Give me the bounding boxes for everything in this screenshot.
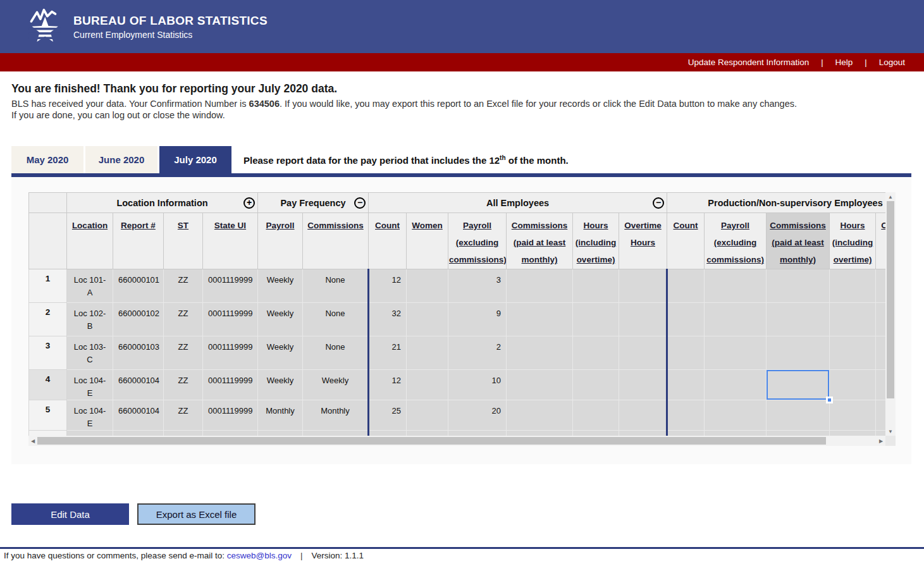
scroll-up-arrow-icon[interactable]: ▲ xyxy=(885,192,896,201)
row-number-3[interactable]: 3 xyxy=(29,336,67,370)
cell-r3-overtime[interactable] xyxy=(619,336,667,370)
col-header-commissions-5[interactable]: Commissions xyxy=(303,213,369,269)
vertical-scrollbar[interactable]: ▲ ▼ xyxy=(885,192,896,436)
col-header-overtime-hours-16[interactable]: OvertimeHours xyxy=(876,213,885,269)
cell-r1-overtime[interactable] xyxy=(876,269,885,303)
cell-r4-commissions[interactable]: Weekly xyxy=(303,370,369,400)
cell-r4-commissions[interactable] xyxy=(767,370,830,400)
cell-r5-payroll[interactable]: 20 xyxy=(448,400,507,431)
cell-r1-payroll[interactable] xyxy=(705,269,767,303)
cell-r4-overtime[interactable] xyxy=(619,370,667,400)
col-header-count-6[interactable]: Count xyxy=(369,213,407,269)
cell-r5-commissions[interactable]: Monthly xyxy=(303,400,369,431)
cell-r3-count[interactable] xyxy=(667,336,705,370)
cell-r1-payroll[interactable]: Weekly xyxy=(258,269,303,303)
cell-r3-payroll[interactable]: Weekly xyxy=(258,336,303,370)
cell-r6-report[interactable]: 660000105 xyxy=(113,431,164,436)
cell-r6-count[interactable]: 12 xyxy=(369,431,407,436)
col-header-count-12[interactable]: Count xyxy=(667,213,705,269)
cell-r2-count[interactable] xyxy=(667,303,705,336)
cell-r5-state-ui[interactable]: 0001119999 xyxy=(203,400,258,431)
cell-r3-hours[interactable] xyxy=(830,336,876,370)
cell-r2-count[interactable]: 32 xyxy=(369,303,407,336)
cell-r3-women[interactable] xyxy=(407,336,448,370)
cell-r2-state-ui[interactable]: 0001119999 xyxy=(203,303,258,336)
cell-r5-commissions[interactable] xyxy=(767,400,830,431)
nav-logout[interactable]: Logout xyxy=(879,58,905,67)
horizontal-scrollbar[interactable]: ◀ ▶ xyxy=(28,436,885,446)
col-header-location-0[interactable]: Location xyxy=(67,213,113,269)
col-header-payroll-excluding-commissions-8[interactable]: Payroll(excludingcommissions) xyxy=(448,213,507,269)
col-header-commissions-paid-at-least-monthly-14[interactable]: Commissions(paid at leastmonthly) xyxy=(767,213,830,269)
cell-r3-st[interactable]: ZZ xyxy=(164,336,203,370)
edit-data-button[interactable]: Edit Data xyxy=(11,503,129,525)
cell-r5-overtime[interactable] xyxy=(619,400,667,431)
cell-r3-state-ui[interactable]: 0001119999 xyxy=(203,336,258,370)
nav-update-respondent-information[interactable]: Update Respondent Information xyxy=(688,58,809,67)
col-header-payroll-excluding-commissions-13[interactable]: Payroll(excludingcommissions) xyxy=(705,213,767,269)
cell-r2-location[interactable]: Loc 102- B xyxy=(67,303,113,336)
cell-r1-count[interactable]: 12 xyxy=(369,269,407,303)
cell-r4-payroll[interactable]: 10 xyxy=(448,370,507,400)
cell-r1-overtime[interactable] xyxy=(619,269,667,303)
cell-r3-payroll[interactable]: 2 xyxy=(448,336,507,370)
cell-r5-overtime[interactable] xyxy=(876,400,885,431)
cell-r4-overtime[interactable] xyxy=(876,370,885,400)
cell-r1-hours[interactable] xyxy=(830,269,876,303)
cell-r1-location[interactable]: Loc 101- A xyxy=(67,269,113,303)
cell-r5-location[interactable]: Loc 104-E xyxy=(67,400,113,431)
cell-r6-overtime[interactable] xyxy=(619,431,667,436)
cell-r4-women[interactable] xyxy=(407,370,448,400)
cell-r1-women[interactable] xyxy=(407,269,448,303)
cell-r2-commissions[interactable]: None xyxy=(303,303,369,336)
col-header-commissions-paid-at-least-monthly-9[interactable]: Commissions(paid at leastmonthly) xyxy=(507,213,573,269)
cell-r4-hours[interactable] xyxy=(830,370,876,400)
cell-r2-overtime[interactable] xyxy=(876,303,885,336)
col-header-women-7[interactable]: Women xyxy=(407,213,448,269)
cell-r4-location[interactable]: Loc 104-E xyxy=(67,370,113,400)
cell-r2-commissions[interactable] xyxy=(507,303,573,336)
cell-r5-commissions[interactable] xyxy=(507,400,573,431)
cell-r5-count[interactable] xyxy=(667,400,705,431)
row-number-1[interactable]: 1 xyxy=(29,269,67,303)
cell-r3-commissions[interactable]: None xyxy=(303,336,369,370)
selection-fill-handle[interactable] xyxy=(826,397,833,403)
cell-r2-report[interactable]: 660000102 xyxy=(113,303,164,336)
cell-r4-st[interactable]: ZZ xyxy=(164,370,203,400)
cell-r5-payroll[interactable] xyxy=(705,400,767,431)
contact-email-link[interactable]: cesweb@bls.gov xyxy=(227,551,292,560)
cell-r2-payroll[interactable]: Weekly xyxy=(258,303,303,336)
nav-help[interactable]: Help xyxy=(835,58,853,67)
vertical-scrollbar-thumb[interactable] xyxy=(887,201,894,398)
cell-r5-hours[interactable] xyxy=(573,400,619,431)
cell-r4-hours[interactable] xyxy=(573,370,619,400)
cell-r6-st[interactable]: ZZ xyxy=(164,431,203,436)
cell-r4-state-ui[interactable]: 0001119999 xyxy=(203,370,258,400)
cell-r6-women[interactable]: 4 xyxy=(407,431,448,436)
col-header-payroll-4[interactable]: Payroll xyxy=(258,213,303,269)
cell-r6-payroll[interactable] xyxy=(705,431,767,436)
row-number-2[interactable]: 2 xyxy=(29,303,67,336)
scroll-right-arrow-icon[interactable]: ▶ xyxy=(877,438,885,444)
cell-r1-count[interactable] xyxy=(667,269,705,303)
cell-r1-report[interactable]: 660000101 xyxy=(113,269,164,303)
cell-r5-st[interactable]: ZZ xyxy=(164,400,203,431)
cell-r1-commissions[interactable] xyxy=(507,269,573,303)
cell-r1-payroll[interactable]: 3 xyxy=(448,269,507,303)
cell-r6-count[interactable] xyxy=(667,431,705,436)
row-number-6[interactable]: 6 xyxy=(29,431,67,436)
horizontal-scrollbar-thumb[interactable] xyxy=(37,437,826,445)
cell-r3-hours[interactable] xyxy=(573,336,619,370)
cell-r6-payroll[interactable]: Bi-weekly xyxy=(258,431,303,436)
cell-r6-payroll[interactable] xyxy=(448,431,507,436)
cell-r6-hours[interactable] xyxy=(573,431,619,436)
cell-r4-payroll[interactable]: Weekly xyxy=(258,370,303,400)
minus-circle-icon[interactable]: − xyxy=(653,197,664,209)
scroll-down-arrow-icon[interactable]: ▼ xyxy=(885,427,896,436)
cell-r6-hours[interactable] xyxy=(830,431,876,436)
cell-r3-payroll[interactable] xyxy=(705,336,767,370)
cell-r6-location[interactable]: Loc 105- G xyxy=(67,431,113,436)
col-header-hours-including-overtime-10[interactable]: Hours(includingovertime) xyxy=(573,213,619,269)
cell-r1-commissions[interactable] xyxy=(767,269,830,303)
cell-r2-hours[interactable] xyxy=(573,303,619,336)
